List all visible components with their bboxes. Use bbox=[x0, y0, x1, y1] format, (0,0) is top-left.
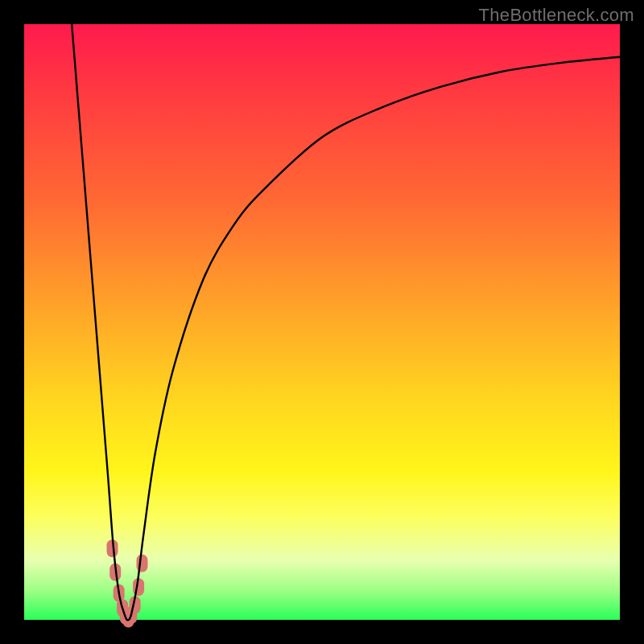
chart-frame: TheBottleneck.com bbox=[0, 0, 644, 644]
bottleneck-curve bbox=[72, 24, 620, 620]
watermark-text: TheBottleneck.com bbox=[479, 5, 634, 26]
bottleneck-marker bbox=[137, 555, 148, 572]
curve-layer bbox=[24, 24, 620, 620]
plot-area bbox=[24, 24, 620, 620]
